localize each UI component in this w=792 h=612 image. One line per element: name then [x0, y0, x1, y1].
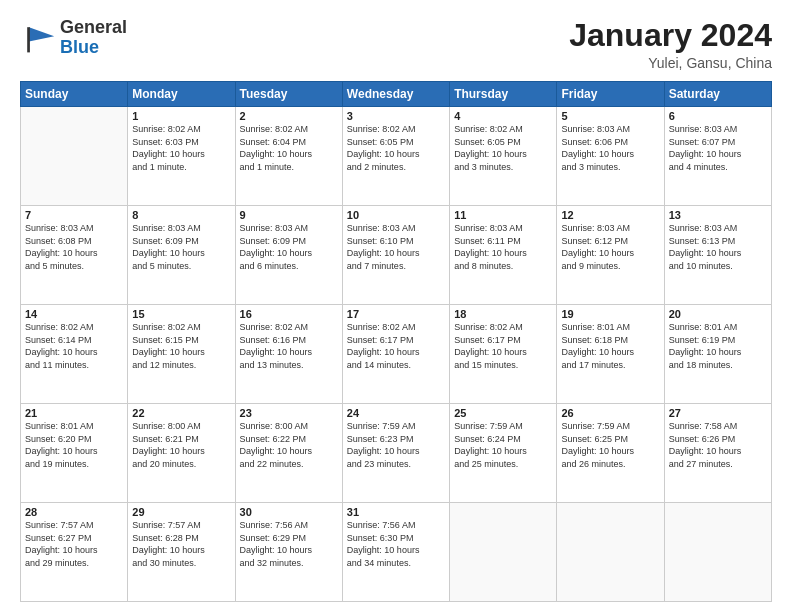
day-of-week-header: Thursday [450, 82, 557, 107]
day-info: Sunrise: 8:02 AM Sunset: 6:16 PM Dayligh… [240, 321, 338, 371]
calendar-cell [450, 503, 557, 602]
logo-blue: Blue [60, 37, 99, 57]
day-number: 27 [669, 407, 767, 419]
day-info: Sunrise: 7:56 AM Sunset: 6:30 PM Dayligh… [347, 519, 445, 569]
calendar-cell: 12Sunrise: 8:03 AM Sunset: 6:12 PM Dayli… [557, 206, 664, 305]
logo-text: General Blue [60, 18, 127, 58]
calendar-header: SundayMondayTuesdayWednesdayThursdayFrid… [21, 82, 772, 107]
day-number: 19 [561, 308, 659, 320]
day-of-week-header: Friday [557, 82, 664, 107]
day-number: 13 [669, 209, 767, 221]
calendar-cell: 31Sunrise: 7:56 AM Sunset: 6:30 PM Dayli… [342, 503, 449, 602]
day-info: Sunrise: 8:02 AM Sunset: 6:04 PM Dayligh… [240, 123, 338, 173]
calendar-cell: 24Sunrise: 7:59 AM Sunset: 6:23 PM Dayli… [342, 404, 449, 503]
calendar-cell: 16Sunrise: 8:02 AM Sunset: 6:16 PM Dayli… [235, 305, 342, 404]
day-info: Sunrise: 8:03 AM Sunset: 6:08 PM Dayligh… [25, 222, 123, 272]
calendar-cell: 22Sunrise: 8:00 AM Sunset: 6:21 PM Dayli… [128, 404, 235, 503]
day-number: 25 [454, 407, 552, 419]
day-of-week-header: Sunday [21, 82, 128, 107]
day-info: Sunrise: 7:57 AM Sunset: 6:28 PM Dayligh… [132, 519, 230, 569]
day-number: 7 [25, 209, 123, 221]
calendar-cell: 14Sunrise: 8:02 AM Sunset: 6:14 PM Dayli… [21, 305, 128, 404]
calendar-week-row: 1Sunrise: 8:02 AM Sunset: 6:03 PM Daylig… [21, 107, 772, 206]
day-info: Sunrise: 8:03 AM Sunset: 6:11 PM Dayligh… [454, 222, 552, 272]
calendar-cell: 1Sunrise: 8:02 AM Sunset: 6:03 PM Daylig… [128, 107, 235, 206]
calendar-cell: 10Sunrise: 8:03 AM Sunset: 6:10 PM Dayli… [342, 206, 449, 305]
day-info: Sunrise: 7:59 AM Sunset: 6:25 PM Dayligh… [561, 420, 659, 470]
day-number: 14 [25, 308, 123, 320]
month-title: January 2024 [569, 18, 772, 53]
calendar-week-row: 28Sunrise: 7:57 AM Sunset: 6:27 PM Dayli… [21, 503, 772, 602]
day-info: Sunrise: 8:00 AM Sunset: 6:21 PM Dayligh… [132, 420, 230, 470]
calendar-cell: 11Sunrise: 8:03 AM Sunset: 6:11 PM Dayli… [450, 206, 557, 305]
day-number: 26 [561, 407, 659, 419]
title-block: January 2024 Yulei, Gansu, China [569, 18, 772, 71]
day-number: 1 [132, 110, 230, 122]
calendar-cell: 4Sunrise: 8:02 AM Sunset: 6:05 PM Daylig… [450, 107, 557, 206]
day-info: Sunrise: 8:02 AM Sunset: 6:17 PM Dayligh… [347, 321, 445, 371]
calendar-week-row: 21Sunrise: 8:01 AM Sunset: 6:20 PM Dayli… [21, 404, 772, 503]
day-number: 2 [240, 110, 338, 122]
calendar-cell: 20Sunrise: 8:01 AM Sunset: 6:19 PM Dayli… [664, 305, 771, 404]
day-info: Sunrise: 7:58 AM Sunset: 6:26 PM Dayligh… [669, 420, 767, 470]
day-number: 30 [240, 506, 338, 518]
day-number: 15 [132, 308, 230, 320]
logo: General Blue [20, 18, 127, 58]
day-number: 31 [347, 506, 445, 518]
day-number: 29 [132, 506, 230, 518]
calendar-cell: 7Sunrise: 8:03 AM Sunset: 6:08 PM Daylig… [21, 206, 128, 305]
day-info: Sunrise: 8:02 AM Sunset: 6:17 PM Dayligh… [454, 321, 552, 371]
day-of-week-header: Tuesday [235, 82, 342, 107]
day-info: Sunrise: 8:02 AM Sunset: 6:15 PM Dayligh… [132, 321, 230, 371]
calendar-table: SundayMondayTuesdayWednesdayThursdayFrid… [20, 81, 772, 602]
calendar-cell: 27Sunrise: 7:58 AM Sunset: 6:26 PM Dayli… [664, 404, 771, 503]
calendar-cell: 25Sunrise: 7:59 AM Sunset: 6:24 PM Dayli… [450, 404, 557, 503]
day-info: Sunrise: 8:03 AM Sunset: 6:13 PM Dayligh… [669, 222, 767, 272]
svg-marker-0 [29, 27, 54, 41]
calendar-week-row: 14Sunrise: 8:02 AM Sunset: 6:14 PM Dayli… [21, 305, 772, 404]
day-info: Sunrise: 8:03 AM Sunset: 6:06 PM Dayligh… [561, 123, 659, 173]
day-info: Sunrise: 7:57 AM Sunset: 6:27 PM Dayligh… [25, 519, 123, 569]
logo-general: General [60, 17, 127, 37]
day-number: 12 [561, 209, 659, 221]
day-info: Sunrise: 8:03 AM Sunset: 6:09 PM Dayligh… [132, 222, 230, 272]
day-number: 10 [347, 209, 445, 221]
calendar-cell: 9Sunrise: 8:03 AM Sunset: 6:09 PM Daylig… [235, 206, 342, 305]
calendar-cell [557, 503, 664, 602]
day-number: 22 [132, 407, 230, 419]
day-info: Sunrise: 7:59 AM Sunset: 6:24 PM Dayligh… [454, 420, 552, 470]
header: General Blue January 2024 Yulei, Gansu, … [20, 18, 772, 71]
day-info: Sunrise: 8:03 AM Sunset: 6:09 PM Dayligh… [240, 222, 338, 272]
calendar-cell: 6Sunrise: 8:03 AM Sunset: 6:07 PM Daylig… [664, 107, 771, 206]
day-info: Sunrise: 8:02 AM Sunset: 6:05 PM Dayligh… [454, 123, 552, 173]
day-info: Sunrise: 8:03 AM Sunset: 6:12 PM Dayligh… [561, 222, 659, 272]
day-number: 21 [25, 407, 123, 419]
day-number: 3 [347, 110, 445, 122]
day-info: Sunrise: 8:02 AM Sunset: 6:03 PM Dayligh… [132, 123, 230, 173]
calendar-cell [664, 503, 771, 602]
day-info: Sunrise: 8:01 AM Sunset: 6:19 PM Dayligh… [669, 321, 767, 371]
page: General Blue January 2024 Yulei, Gansu, … [0, 0, 792, 612]
calendar-cell: 3Sunrise: 8:02 AM Sunset: 6:05 PM Daylig… [342, 107, 449, 206]
calendar-cell: 17Sunrise: 8:02 AM Sunset: 6:17 PM Dayli… [342, 305, 449, 404]
day-of-week-header: Wednesday [342, 82, 449, 107]
calendar-cell: 21Sunrise: 8:01 AM Sunset: 6:20 PM Dayli… [21, 404, 128, 503]
calendar-body: 1Sunrise: 8:02 AM Sunset: 6:03 PM Daylig… [21, 107, 772, 602]
day-number: 18 [454, 308, 552, 320]
day-info: Sunrise: 7:59 AM Sunset: 6:23 PM Dayligh… [347, 420, 445, 470]
calendar-cell: 28Sunrise: 7:57 AM Sunset: 6:27 PM Dayli… [21, 503, 128, 602]
day-info: Sunrise: 8:00 AM Sunset: 6:22 PM Dayligh… [240, 420, 338, 470]
day-number: 8 [132, 209, 230, 221]
day-of-week-header: Saturday [664, 82, 771, 107]
day-info: Sunrise: 8:02 AM Sunset: 6:14 PM Dayligh… [25, 321, 123, 371]
calendar-cell: 30Sunrise: 7:56 AM Sunset: 6:29 PM Dayli… [235, 503, 342, 602]
day-number: 4 [454, 110, 552, 122]
calendar-cell: 15Sunrise: 8:02 AM Sunset: 6:15 PM Dayli… [128, 305, 235, 404]
calendar-cell: 2Sunrise: 8:02 AM Sunset: 6:04 PM Daylig… [235, 107, 342, 206]
location-subtitle: Yulei, Gansu, China [569, 55, 772, 71]
calendar-cell [21, 107, 128, 206]
day-number: 16 [240, 308, 338, 320]
calendar-cell: 29Sunrise: 7:57 AM Sunset: 6:28 PM Dayli… [128, 503, 235, 602]
day-of-week-header: Monday [128, 82, 235, 107]
day-number: 5 [561, 110, 659, 122]
